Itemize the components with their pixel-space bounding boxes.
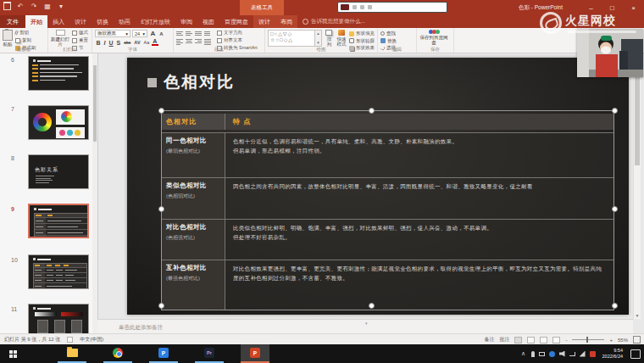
slide-scrollbar[interactable]: ▲ ▼ bbox=[633, 53, 641, 319]
minimize-button[interactable]: – bbox=[580, 0, 602, 15]
save-icon[interactable] bbox=[3, 2, 11, 10]
usb-icon[interactable] bbox=[569, 352, 575, 356]
text-shadow-button[interactable]: S bbox=[115, 40, 122, 46]
taskbar-netdisk-app[interactable]: P bbox=[149, 344, 178, 363]
spellcheck-icon[interactable] bbox=[67, 337, 73, 343]
zoom-percentage[interactable]: 55% bbox=[618, 338, 628, 343]
display-icon[interactable] bbox=[539, 352, 545, 356]
row-type-cell[interactable]: 同一色相对比 (最弱色相对比) bbox=[162, 133, 225, 177]
bullets-icon[interactable] bbox=[176, 31, 183, 36]
thumbnail-scrollbar[interactable] bbox=[92, 53, 97, 333]
row-type-cell[interactable]: 互补色相对比 (最强色相对比) bbox=[162, 260, 225, 310]
row-desc-cell[interactable]: 色相十分近似，色调容易和谐统一，具有单纯、柔和、高雅、文静、朴素和融洽的效果。 … bbox=[225, 133, 613, 177]
tab-review[interactable]: 审阅 bbox=[175, 15, 197, 28]
text-direction-button[interactable]: 文字方向 bbox=[217, 30, 258, 36]
row-type-cell[interactable]: 类似色相对比 (色相弱对比) bbox=[162, 178, 225, 219]
cut-button[interactable]: 剪切 bbox=[15, 30, 36, 36]
font-size-combobox[interactable]: 24 ▾ bbox=[132, 30, 147, 37]
maximize-button[interactable]: □ bbox=[602, 0, 623, 15]
start-button[interactable] bbox=[0, 344, 25, 363]
undo-icon[interactable]: ↶ bbox=[16, 3, 25, 10]
row-desc-cell[interactable]: 比类似色相对比鲜明、明确、饱满、丰富、强烈，对比效果鲜明、强烈，使人兴奋、激动，… bbox=[225, 220, 613, 260]
slide-title[interactable]: 色相对比 bbox=[147, 71, 235, 93]
align-center-icon[interactable] bbox=[186, 39, 192, 45]
row-desc-cell[interactable]: 对比色相效果更强烈、更丰富、更完美、更有刺激性；能满足视觉全色相的要求，取得的视… bbox=[225, 260, 613, 310]
language-indicator[interactable]: 中文(中国) bbox=[80, 336, 103, 343]
zoom-slider[interactable] bbox=[572, 339, 604, 340]
floating-toolbar[interactable] bbox=[337, 2, 447, 13]
underline-button[interactable]: U bbox=[108, 40, 114, 46]
slide-canvas[interactable]: 色相对比 色相对比 特 点 同一色相对比 (最弱色相对比) bbox=[127, 58, 629, 315]
save-to-netdisk-button[interactable]: 保存到百度网盘 bbox=[419, 30, 448, 47]
selection-handle[interactable] bbox=[612, 108, 618, 114]
copy-button[interactable]: 复制 bbox=[15, 37, 36, 43]
hue-contrast-table[interactable]: 色相对比 特 点 同一色相对比 (最弱色相对比) 色相十分近似，色调容易和谐统一… bbox=[161, 110, 614, 310]
tab-table-layout[interactable]: 布局 bbox=[275, 15, 297, 28]
thumbnail-slide-8[interactable]: 色彩关系 bbox=[28, 154, 89, 189]
tab-file[interactable]: 文件 bbox=[0, 15, 25, 28]
notes-pane[interactable]: ▾ 单击此处添加备注 bbox=[97, 319, 633, 334]
tab-slideshow[interactable]: 幻灯片放映 bbox=[136, 15, 175, 28]
close-button[interactable]: × bbox=[623, 0, 644, 15]
thumbnail-slide-6[interactable] bbox=[28, 56, 89, 91]
row-type-cell[interactable]: 对比色相对比 (色相强对比) bbox=[162, 220, 225, 260]
align-right-icon[interactable] bbox=[195, 39, 202, 45]
notes-placeholder[interactable]: 单击此处添加备注 bbox=[119, 324, 163, 332]
tell-me-search[interactable]: 告诉我您想要做什么... bbox=[303, 15, 365, 28]
tab-design[interactable]: 设计 bbox=[69, 15, 92, 28]
slide-sorter-view-button[interactable] bbox=[527, 337, 535, 343]
layout-button[interactable]: 版式 bbox=[72, 30, 88, 36]
notes-toggle-button[interactable]: 备注 bbox=[484, 336, 494, 343]
shape-fill-button[interactable]: 形状填充 bbox=[349, 31, 375, 36]
thumbnail-slide-11[interactable] bbox=[28, 304, 89, 333]
quick-styles-button[interactable]: 快速样式 bbox=[336, 30, 347, 47]
selection-handle[interactable] bbox=[158, 108, 164, 114]
italic-button[interactable]: I bbox=[103, 40, 107, 46]
qat-dropdown-icon[interactable]: ▾ bbox=[57, 3, 65, 10]
zoom-in-button[interactable]: + bbox=[609, 338, 613, 343]
find-button[interactable]: 查找 bbox=[380, 31, 397, 36]
microphone-icon[interactable] bbox=[531, 351, 535, 357]
thumbnail-slide-10[interactable] bbox=[28, 254, 89, 289]
toolbar-icon[interactable] bbox=[353, 5, 357, 9]
grid-icon[interactable]: ▦ bbox=[43, 3, 52, 10]
toolbar-icon[interactable] bbox=[360, 5, 364, 9]
zoom-out-button[interactable]: - bbox=[565, 338, 567, 343]
security-app-icon[interactable] bbox=[590, 351, 596, 357]
tab-animations[interactable]: 动画 bbox=[114, 15, 136, 28]
notes-splitter-icon[interactable]: ▾ bbox=[365, 321, 368, 326]
toolbar-icon[interactable] bbox=[368, 5, 372, 9]
tab-transitions[interactable]: 切换 bbox=[92, 15, 114, 28]
selection-handle[interactable] bbox=[369, 303, 375, 309]
taskbar-file-explorer[interactable] bbox=[58, 344, 86, 363]
strikethrough-button[interactable]: abc bbox=[123, 40, 132, 45]
character-spacing-button[interactable]: AV bbox=[133, 40, 142, 45]
normal-view-button[interactable] bbox=[514, 337, 522, 343]
row-desc-cell[interactable]: 因色相之间含有共同的因素，故整体色相对比明显、丰富、活泼，因而既显得统一、和谐、… bbox=[225, 178, 613, 219]
selection-handle[interactable] bbox=[612, 206, 618, 212]
replace-button[interactable]: 替换 bbox=[380, 38, 397, 44]
justify-icon[interactable] bbox=[204, 39, 211, 45]
slideshow-button[interactable] bbox=[552, 337, 560, 343]
reading-view-button[interactable] bbox=[540, 337, 547, 343]
comments-toggle-button[interactable]: 批注 bbox=[499, 336, 509, 343]
selection-handle[interactable] bbox=[612, 303, 618, 309]
arrange-button[interactable]: 排列 bbox=[325, 30, 334, 47]
line-spacing-icon[interactable] bbox=[204, 31, 211, 36]
header-cell-features[interactable]: 特 点 bbox=[225, 114, 613, 130]
selection-handle[interactable] bbox=[369, 108, 375, 114]
teamviewer-icon[interactable] bbox=[549, 351, 555, 357]
taskbar-powerpoint-active[interactable]: P bbox=[241, 344, 269, 363]
shapes-gallery-scroll[interactable]: ▲ ▼ bbox=[315, 30, 322, 47]
grow-font-button[interactable]: A bbox=[149, 30, 157, 37]
volume-icon[interactable] bbox=[559, 351, 565, 357]
bold-button[interactable]: B bbox=[95, 40, 102, 46]
tab-table-design[interactable]: 设计 bbox=[253, 15, 275, 28]
fit-to-window-button[interactable] bbox=[633, 336, 641, 343]
tray-expand-icon[interactable]: ∧ bbox=[520, 350, 527, 357]
numbering-icon[interactable] bbox=[186, 31, 192, 36]
tab-home[interactable]: 开始 bbox=[25, 15, 47, 28]
record-icon[interactable] bbox=[341, 4, 349, 10]
action-center-icon[interactable] bbox=[630, 349, 641, 359]
header-cell-type[interactable]: 色相对比 bbox=[162, 114, 225, 130]
